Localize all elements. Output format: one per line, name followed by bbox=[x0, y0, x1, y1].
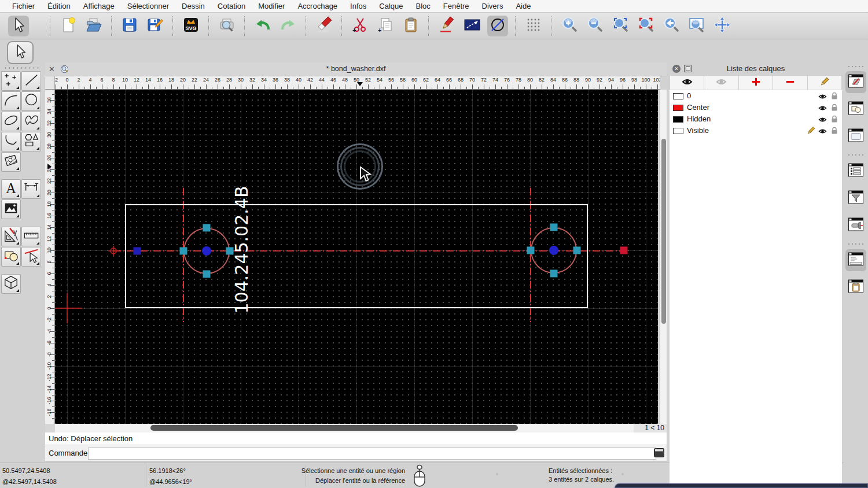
dock-button-library[interactable] bbox=[845, 125, 866, 147]
menu-infos[interactable]: Infos bbox=[344, 2, 373, 10]
toolbar-button-print-preview[interactable] bbox=[216, 16, 237, 36]
layer-tool-pencil[interactable] bbox=[808, 75, 842, 90]
toolbar-button-zoom-selected[interactable] bbox=[635, 16, 656, 36]
tool-polygon[interactable] bbox=[21, 132, 41, 151]
dock-button-layers[interactable] bbox=[845, 71, 866, 93]
menu-accrochage[interactable]: Accrochage bbox=[291, 2, 344, 10]
tool-dimension[interactable] bbox=[21, 179, 41, 199]
toolbar-button-save-as[interactable] bbox=[145, 16, 165, 36]
tool-modify[interactable] bbox=[1, 227, 21, 246]
layer-visibility-eye-icon[interactable] bbox=[818, 115, 827, 123]
menu-bloc[interactable]: Bloc bbox=[409, 2, 436, 10]
menu-selectionner[interactable]: Sélectionner bbox=[121, 2, 175, 10]
dock-button-device[interactable] bbox=[845, 215, 866, 236]
selection-handle-teal[interactable] bbox=[226, 247, 234, 255]
tool-select-entity[interactable] bbox=[21, 247, 41, 267]
menu-affichage[interactable]: Affichage bbox=[77, 2, 121, 10]
selection-handle-teal[interactable] bbox=[203, 271, 211, 278]
toolbar-button-pen[interactable] bbox=[436, 16, 457, 36]
horizontal-scrollbar[interactable] bbox=[55, 424, 658, 432]
menu-cotation[interactable]: Cotation bbox=[211, 2, 252, 10]
selection-handle-teal[interactable] bbox=[203, 224, 211, 232]
drawing-text[interactable]: 104.245.02.4B bbox=[231, 186, 252, 314]
layer-lock-icon[interactable] bbox=[831, 92, 838, 100]
tool-circle[interactable] bbox=[21, 91, 41, 111]
tool-blocks[interactable] bbox=[1, 247, 21, 267]
selection-handle-teal[interactable] bbox=[180, 247, 187, 255]
dock-button-clipboard[interactable] bbox=[845, 276, 866, 298]
menu-calque[interactable]: Calque bbox=[373, 2, 409, 10]
toolbar-button-line-attributes[interactable] bbox=[462, 16, 483, 36]
toolbar-button-pan[interactable] bbox=[712, 16, 733, 36]
tool-polyline[interactable] bbox=[1, 132, 21, 151]
tool-ellipse[interactable] bbox=[1, 112, 21, 131]
selection-handle-teal[interactable] bbox=[527, 247, 535, 254]
vertical-scrollbar-thumb[interactable] bbox=[661, 139, 666, 324]
menu-aide[interactable]: Aide bbox=[509, 2, 537, 10]
layer-row-visible[interactable]: Visible bbox=[670, 125, 842, 136]
dock-drag-handle[interactable] bbox=[847, 65, 865, 68]
layer-tool-eye-black[interactable] bbox=[670, 75, 704, 90]
menu-edition[interactable]: Édition bbox=[41, 2, 77, 10]
layer-row-center[interactable]: Center bbox=[670, 102, 842, 113]
menu-divers[interactable]: Divers bbox=[476, 2, 510, 10]
tool-measure[interactable] bbox=[21, 227, 41, 246]
tool-line[interactable] bbox=[21, 71, 41, 91]
tool-points[interactable] bbox=[1, 71, 21, 91]
dock-button-filter[interactable] bbox=[845, 187, 866, 209]
toolbar-button-paste[interactable] bbox=[400, 16, 421, 36]
dock-button-command[interactable] bbox=[845, 249, 866, 271]
tool-hatch[interactable] bbox=[1, 152, 21, 172]
drawing-canvas[interactable]: 104.245.02.4B bbox=[55, 90, 658, 424]
layer-visibility-eye-icon[interactable] bbox=[818, 92, 827, 99]
palette-drag-handle[interactable] bbox=[3, 66, 41, 69]
toolbar-button-save-file[interactable] bbox=[119, 16, 140, 36]
toolbar-button-open-file[interactable] bbox=[83, 16, 104, 36]
circle-center-handle[interactable] bbox=[549, 246, 558, 255]
toolbar-button-zoom-auto[interactable] bbox=[610, 16, 631, 36]
toolbar-button-zoom-window[interactable] bbox=[686, 16, 707, 36]
menu-dessin[interactable]: Dessin bbox=[175, 2, 211, 10]
circle-center-handle[interactable] bbox=[202, 246, 211, 256]
selection-tool-button[interactable] bbox=[7, 41, 34, 64]
toolbar-button-zoom-previous[interactable] bbox=[661, 16, 682, 36]
tool-spline[interactable] bbox=[21, 112, 41, 131]
tool-image[interactable] bbox=[1, 199, 21, 219]
toolbar-button-copy[interactable]: + bbox=[375, 16, 396, 36]
selection-handle-navy[interactable] bbox=[134, 247, 141, 255]
layer-visibility-eye-icon[interactable] bbox=[818, 127, 827, 134]
layer-lock-icon[interactable] bbox=[831, 127, 838, 135]
dock-button-list[interactable] bbox=[845, 160, 866, 182]
dock-button-blocks[interactable] bbox=[845, 98, 866, 120]
menu-modifier[interactable]: Modifier bbox=[252, 2, 291, 10]
toolbar-button-zoom-out[interactable] bbox=[584, 16, 605, 36]
layer-tool-plus[interactable] bbox=[739, 75, 773, 90]
toolbar-button-new-file[interactable] bbox=[58, 16, 79, 36]
command-window-icon[interactable] bbox=[654, 448, 664, 457]
toolbar-button-zoom-in[interactable] bbox=[559, 16, 580, 36]
tool-solid[interactable] bbox=[1, 274, 21, 294]
selection-handle-red[interactable] bbox=[620, 247, 628, 254]
layer-lock-icon[interactable] bbox=[831, 115, 838, 123]
toolbar-button-cut[interactable]: + bbox=[350, 16, 370, 36]
toolbar-button-svg-export[interactable]: SVG bbox=[181, 16, 201, 36]
command-input[interactable] bbox=[88, 448, 656, 460]
toolbar-button-undo[interactable] bbox=[252, 16, 273, 36]
menu-fichier[interactable]: Fichier bbox=[6, 2, 41, 10]
layer-tool-eye-gray[interactable] bbox=[704, 75, 738, 90]
layer-row-0[interactable]: 0 bbox=[670, 90, 842, 102]
toolbar-button-eraser[interactable] bbox=[314, 16, 334, 36]
toolbar-button-redo[interactable] bbox=[278, 16, 299, 36]
layer-tool-minus[interactable] bbox=[773, 75, 807, 90]
selection-handle-teal[interactable] bbox=[550, 270, 558, 278]
vertical-scrollbar[interactable] bbox=[660, 90, 667, 424]
toolbar-button-select-arrow[interactable] bbox=[8, 16, 29, 36]
toolbar-button-grid[interactable] bbox=[523, 16, 544, 36]
tool-arc[interactable] bbox=[1, 91, 21, 111]
layer-lock-icon[interactable] bbox=[831, 103, 838, 112]
selection-handle-teal[interactable] bbox=[573, 247, 581, 254]
tool-text[interactable]: A bbox=[1, 179, 21, 199]
layer-visibility-eye-icon[interactable] bbox=[818, 103, 827, 111]
layer-row-hidden[interactable]: Hidden bbox=[670, 113, 842, 125]
menu-fenetre[interactable]: Fenêtre bbox=[437, 2, 476, 10]
